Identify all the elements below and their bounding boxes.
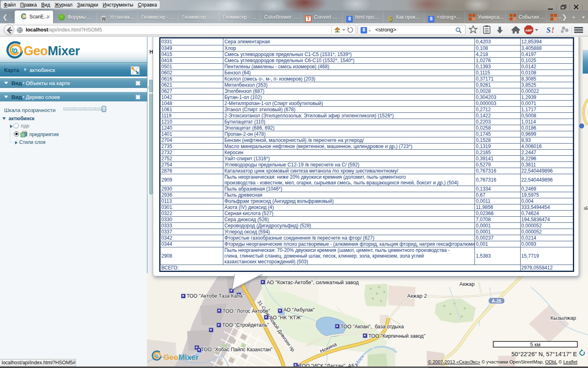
svg-text:АО "НК "КТЖ": АО "НК "КТЖ": [270, 315, 303, 321]
svg-text:50°22'26" N, 57°14'17" E: 50°22'26" N, 57°14'17" E: [512, 351, 577, 357]
svg-text:© 2007-2013 «СканЭкс» © участн: © 2007-2013 «СканЭкс» © участники OpenSt…: [428, 359, 578, 364]
svg-text:ТОО "Лотос Актобе": ТОО "Лотос Актобе": [223, 308, 270, 314]
svg-text:зЕ: зЕ: [584, 206, 588, 211]
svg-text:АО "Коктас-Актобе", силикатный: АО "Коктас-Актобе", силикатный завод: [267, 280, 359, 285]
svg-text:ТОО "Акпан", база отдыха: ТОО "Акпан", база отдыха: [341, 324, 404, 330]
svg-text:!: !: [551, 26, 554, 34]
svg-text:А-25: А-25: [492, 298, 501, 303]
svg-text:ТОО "Стройдеталь": ТОО "Стройдеталь": [222, 322, 269, 328]
svg-text:GeoMixer: GeoMixer: [163, 353, 199, 361]
svg-text:ТОО "Актобе Таза Кала": ТОО "Актобе Таза Кала": [187, 293, 244, 299]
svg-text:S: S: [546, 26, 551, 34]
svg-text:GeoMixer: GeoMixer: [24, 44, 80, 58]
svg-text:Акжар: Акжар: [459, 281, 475, 287]
svg-text:ТОО "Хобас Пайпс Казахстан": ТОО "Хобас Пайпс Казахстан": [201, 347, 273, 352]
svg-text:ТОО "Кирпичный завод": ТОО "Кирпичный завод": [368, 333, 425, 339]
svg-text:ABP: ABP: [526, 29, 533, 32]
svg-text:Кызылжар: Кызылжар: [550, 315, 576, 321]
svg-text:Акжар 2: Акжар 2: [407, 293, 427, 299]
svg-text:АО "Акбулак": АО "Акбулак": [283, 307, 315, 313]
svg-text:5 км: 5 км: [530, 341, 541, 348]
